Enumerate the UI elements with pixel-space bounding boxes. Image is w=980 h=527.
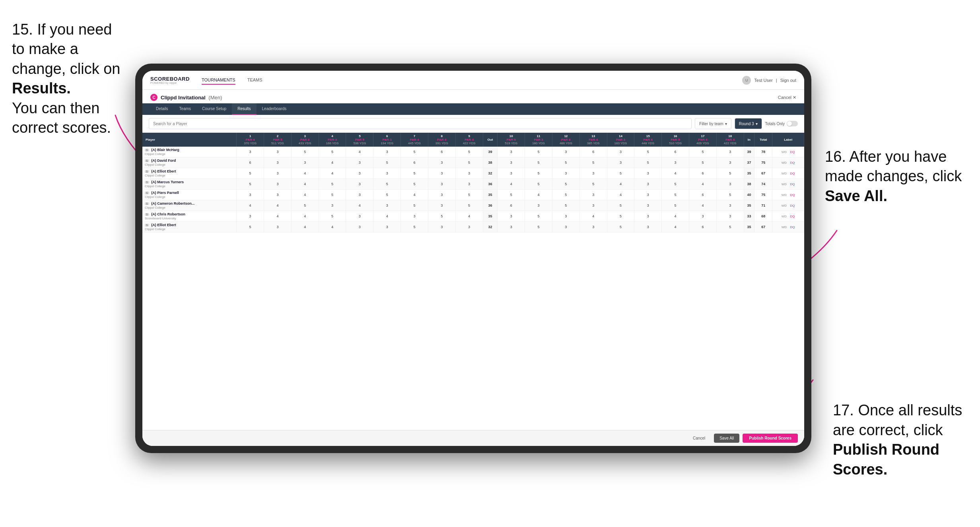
score-front-7[interactable]: 5 [401, 222, 428, 232]
score-front-7[interactable]: 5 [401, 179, 428, 190]
score-front-1[interactable]: 4 [237, 200, 264, 211]
score-back-18[interactable]: 3 [716, 211, 744, 222]
score-front-6[interactable]: 5 [373, 179, 401, 190]
score-back-11[interactable]: 5 [525, 222, 552, 232]
score-back-10[interactable]: 3 [498, 147, 525, 157]
score-front-8[interactable]: 3 [428, 168, 455, 179]
wd-label[interactable]: WD [780, 214, 788, 219]
score-back-11[interactable]: 4 [525, 190, 552, 200]
score-back-12[interactable]: 3 [552, 168, 579, 179]
save-all-button[interactable]: Save All [714, 434, 739, 443]
score-back-15[interactable]: 3 [634, 190, 662, 200]
score-back-16[interactable]: 5 [662, 200, 689, 211]
score-back-14[interactable]: 4 [607, 190, 634, 200]
nav-tournaments[interactable]: TOURNAMENTS [202, 76, 235, 85]
score-front-4[interactable]: 5 [319, 147, 346, 157]
score-back-16[interactable]: 3 [662, 157, 689, 168]
score-back-14[interactable]: 5 [607, 211, 634, 222]
dq-label[interactable]: DQ [789, 193, 796, 197]
score-back-13[interactable]: 4 [579, 211, 607, 222]
score-back-12[interactable]: 5 [552, 179, 579, 190]
score-back-15[interactable]: 5 [634, 157, 662, 168]
score-front-3[interactable]: 5 [291, 200, 319, 211]
score-back-17[interactable]: 4 [689, 179, 716, 190]
score-front-4[interactable]: 4 [319, 168, 346, 179]
score-back-10[interactable]: 4 [498, 179, 525, 190]
wd-label[interactable]: WD [780, 182, 788, 186]
dq-label[interactable]: DQ [789, 171, 796, 176]
score-back-14[interactable]: 3 [607, 147, 634, 157]
score-front-9[interactable]: 3 [455, 168, 483, 179]
score-front-1[interactable]: 5 [237, 222, 264, 232]
score-front-3[interactable]: 4 [291, 179, 319, 190]
score-front-5[interactable]: 3 [346, 222, 373, 232]
toggle-switch[interactable] [787, 121, 798, 126]
score-front-8[interactable]: 6 [428, 147, 455, 157]
score-back-13[interactable]: 3 [579, 190, 607, 200]
score-front-2[interactable]: 3 [264, 168, 292, 179]
score-back-14[interactable]: 5 [607, 222, 634, 232]
score-front-7[interactable]: 5 [401, 200, 428, 211]
score-back-16[interactable]: 6 [662, 147, 689, 157]
score-front-4[interactable]: 4 [319, 157, 346, 168]
score-back-10[interactable]: 3 [498, 222, 525, 232]
score-back-11[interactable]: 5 [525, 147, 552, 157]
score-front-3[interactable]: 4 [291, 211, 319, 222]
score-front-4[interactable]: 3 [319, 200, 346, 211]
score-back-16[interactable]: 5 [662, 190, 689, 200]
score-back-13[interactable]: 3 [579, 200, 607, 211]
tab-results[interactable]: Results [232, 103, 256, 115]
score-front-5[interactable]: 3 [346, 211, 373, 222]
tab-leaderboards[interactable]: Leaderboards [257, 103, 292, 115]
score-front-5[interactable]: 3 [346, 179, 373, 190]
score-front-2[interactable]: 3 [264, 190, 292, 200]
score-front-2[interactable]: 3 [264, 222, 292, 232]
score-back-14[interactable]: 5 [607, 200, 634, 211]
score-front-2[interactable]: 4 [264, 200, 292, 211]
score-back-17[interactable]: 6 [689, 168, 716, 179]
score-back-11[interactable]: 5 [525, 211, 552, 222]
score-front-2[interactable]: 3 [264, 147, 292, 157]
score-back-17[interactable]: 3 [689, 211, 716, 222]
score-back-11[interactable]: 5 [525, 168, 552, 179]
score-back-16[interactable]: 4 [662, 211, 689, 222]
score-front-7[interactable]: 5 [401, 147, 428, 157]
wd-label[interactable]: WD [780, 150, 788, 154]
score-front-4[interactable]: 5 [319, 211, 346, 222]
score-front-5[interactable]: 3 [346, 157, 373, 168]
nav-teams[interactable]: TEAMS [247, 76, 262, 85]
score-back-10[interactable]: 5 [498, 190, 525, 200]
filter-team-button[interactable]: Filter by team ▾ [695, 118, 731, 129]
score-back-18[interactable]: 3 [716, 157, 744, 168]
score-back-18[interactable]: 3 [716, 200, 744, 211]
cancel-button[interactable]: Cancel [687, 434, 711, 443]
score-front-6[interactable]: 4 [373, 211, 401, 222]
score-front-6[interactable]: 3 [373, 222, 401, 232]
score-back-10[interactable]: 3 [498, 211, 525, 222]
scores-table-wrapper[interactable]: Player 1PAR 4370 YDS 2PAR 5511 YDS 3PAR … [142, 133, 804, 430]
search-input[interactable] [149, 118, 692, 129]
score-back-13[interactable]: 3 [579, 168, 607, 179]
score-back-12[interactable]: 3 [552, 222, 579, 232]
score-back-11[interactable]: 5 [525, 179, 552, 190]
score-front-9[interactable]: 5 [455, 147, 483, 157]
score-back-18[interactable]: 3 [716, 147, 744, 157]
score-front-7[interactable]: 3 [401, 211, 428, 222]
score-front-5[interactable]: 4 [346, 200, 373, 211]
dq-label[interactable]: DQ [789, 203, 796, 208]
score-back-13[interactable]: 5 [579, 157, 607, 168]
score-front-3[interactable]: 5 [291, 147, 319, 157]
score-back-14[interactable]: 3 [607, 157, 634, 168]
score-front-9[interactable]: 5 [455, 157, 483, 168]
score-back-12[interactable]: 3 [552, 211, 579, 222]
score-front-6[interactable]: 5 [373, 190, 401, 200]
score-back-14[interactable]: 5 [607, 168, 634, 179]
score-front-5[interactable]: 4 [346, 147, 373, 157]
score-back-12[interactable]: 5 [552, 157, 579, 168]
score-front-1[interactable]: 5 [237, 168, 264, 179]
dq-label[interactable]: DQ [789, 225, 796, 229]
score-back-10[interactable]: 3 [498, 157, 525, 168]
score-back-15[interactable]: 3 [634, 200, 662, 211]
score-front-3[interactable]: 4 [291, 168, 319, 179]
dq-label[interactable]: DQ [789, 214, 796, 219]
